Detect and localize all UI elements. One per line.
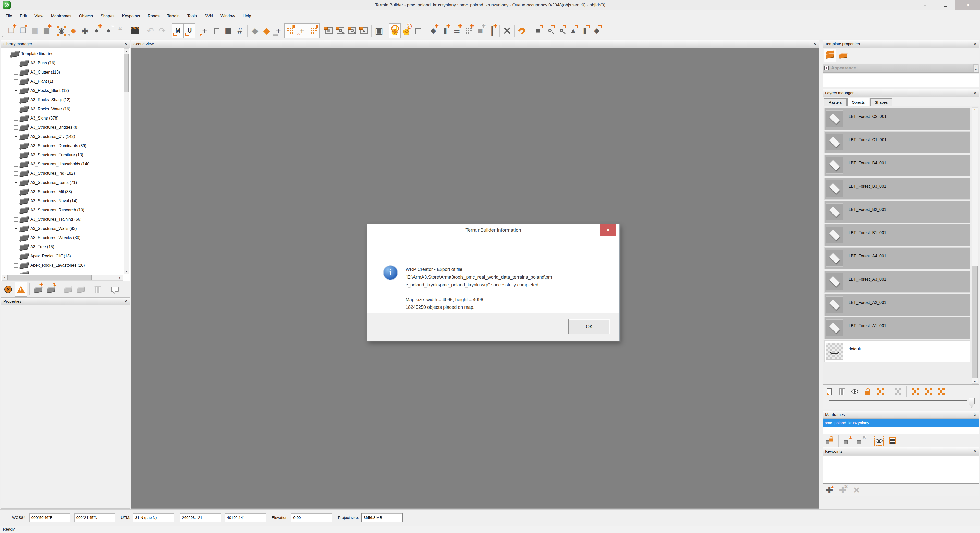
tree-vertical-scrollbar[interactable]: ▴ ▾	[124, 48, 129, 274]
toolbar-grip[interactable]	[529, 25, 531, 37]
keypoints-list[interactable]	[822, 455, 979, 484]
elevation-crosshair-icon[interactable]: +▬	[272, 24, 284, 38]
tree-item[interactable]: + Apex_Rocks_Cliff (13)	[1, 252, 123, 261]
tree-expander-icon[interactable]: +	[14, 245, 18, 249]
project-size-field[interactable]: 3656.8 MB	[361, 513, 403, 522]
layer-visibility-icon[interactable]	[849, 386, 860, 397]
add-points-icon[interactable]: ✚	[463, 24, 474, 38]
add-polygon-icon[interactable]: ■✚	[474, 24, 486, 38]
frame-image-icon[interactable]: ▲	[358, 24, 370, 38]
tree-expander-icon[interactable]: −	[5, 52, 9, 56]
undo-icon[interactable]: ↶	[145, 24, 156, 38]
tree-expander-icon[interactable]: +	[14, 273, 18, 274]
layers-tab[interactable]: Objects	[847, 97, 870, 106]
wgs84-latitude-field[interactable]: 000°21'45"N	[74, 513, 115, 522]
tree-horizontal-scrollbar[interactable]: ◂ ▸	[2, 274, 123, 281]
tree-item[interactable]: + A3_Clutter (113)	[1, 68, 123, 77]
frame-fill-icon[interactable]	[323, 24, 334, 38]
ok-button[interactable]: OK	[568, 319, 610, 334]
selection-mode-1-icon[interactable]	[910, 386, 921, 397]
mapframe-units-icon[interactable]: U	[184, 24, 196, 38]
tree-expander-icon[interactable]: +	[14, 217, 18, 222]
redo-icon[interactable]: ↷	[156, 24, 168, 38]
layers-tab[interactable]: Shapes	[870, 98, 892, 106]
crosshair-points-icon[interactable]: +∴	[296, 24, 308, 38]
utm-northing-field[interactable]: 40102.141	[224, 513, 266, 522]
activate-mapframe-icon[interactable]: ▲	[842, 435, 853, 447]
mapframe-meters-icon[interactable]: M	[172, 24, 184, 38]
tree-item[interactable]: + A3_Tree (15)	[1, 243, 123, 252]
tree-expander-icon[interactable]: +	[14, 180, 18, 185]
menu-item[interactable]: View	[30, 10, 47, 22]
filter-warnings-icon[interactable]	[15, 282, 27, 297]
tree-item[interactable]: +	[1, 270, 123, 274]
triangle-tool-icon[interactable]: ▲	[567, 24, 579, 38]
layer-item[interactable]: LBT_Forest_A3_001	[824, 271, 970, 293]
tree-item[interactable]: + A3_Structures_Items (71)	[1, 178, 123, 187]
appearance-scrollbar[interactable]: ▴ ▾	[974, 64, 978, 72]
select-layer-objects-icon[interactable]	[875, 386, 886, 397]
tree-expander-icon[interactable]: +	[14, 171, 18, 176]
save-project-icon[interactable]: ▦	[29, 24, 41, 38]
export-library-icon[interactable]	[62, 282, 74, 297]
tree-item[interactable]: + A3_Structures_Mil (88)	[1, 187, 123, 196]
close-icon[interactable]: ✕	[974, 91, 977, 95]
scroll-down-arrow[interactable]: ▾	[124, 269, 129, 274]
mapframe-item[interactable]: pmc_poland_kruszyniany	[823, 419, 979, 427]
tree-expander-icon[interactable]: +	[14, 61, 18, 65]
tree-item[interactable]: + A3_Bush (16)	[1, 59, 123, 68]
close-button[interactable]: ✕	[956, 0, 980, 10]
preview-window-icon[interactable]: ▣	[373, 24, 385, 38]
tree-item[interactable]: + A3_Signs (378)	[1, 114, 123, 123]
tree-item[interactable]: + A3_Structures_Households (140	[1, 160, 123, 169]
slider-track[interactable]	[829, 400, 967, 402]
tree-item[interactable]: + A3_Structures_Ind (182)	[1, 169, 123, 178]
tree-item[interactable]: + A3_Rocks_Water (16)	[1, 104, 123, 114]
tree-expander-icon[interactable]: +	[14, 153, 18, 157]
close-icon[interactable]: ✕	[813, 41, 816, 46]
menu-item[interactable]: Edit	[16, 10, 31, 22]
menu-item[interactable]: File	[2, 10, 16, 22]
selection-mode-3-icon[interactable]	[935, 386, 947, 397]
crossed-tools-icon[interactable]	[501, 24, 513, 38]
scroll-down-arrow[interactable]: ▾	[975, 69, 977, 71]
tree-item[interactable]: + A3_Structures_Wrecks (30)	[1, 233, 123, 243]
tree-expander-icon[interactable]: +	[14, 144, 18, 148]
tree-expander-icon[interactable]: +	[14, 263, 18, 268]
grid-table-icon[interactable]: ▦	[222, 24, 234, 38]
layer-item[interactable]: default	[824, 340, 970, 362]
layer-item[interactable]: LBT_Forest_B4_001	[824, 155, 970, 177]
tree-expander-icon[interactable]: +	[14, 236, 18, 240]
tree-item[interactable]: + A3_Structures_Dominants (39)	[1, 141, 123, 150]
restore-button[interactable]	[935, 0, 956, 10]
close-icon[interactable]: ✕	[974, 412, 977, 417]
appearance-expander-icon[interactable]: +	[824, 66, 829, 70]
select-rect-tool-icon[interactable]: ■	[532, 24, 544, 38]
deselect-layer-objects-icon[interactable]	[892, 386, 904, 397]
tree-item[interactable]: + A3_Plant (1)	[1, 77, 123, 86]
add-library-icon[interactable]: ✚	[32, 282, 44, 297]
new-layer-icon[interactable]	[824, 386, 835, 397]
toolbar-grip[interactable]	[169, 25, 170, 37]
add-rectangle-icon[interactable]: ▮✚	[439, 24, 451, 38]
tree-expander-icon[interactable]: +	[14, 254, 18, 259]
cube-tool-icon[interactable]: ◆	[591, 24, 603, 38]
tree-expander-icon[interactable]: +	[14, 70, 18, 75]
template-library-icon[interactable]	[837, 49, 849, 62]
scroll-up-arrow[interactable]: ▴	[124, 48, 129, 54]
close-icon[interactable]: ✕	[124, 299, 127, 304]
tree-expander-icon[interactable]: +	[14, 98, 18, 102]
slider-thumb[interactable]	[969, 398, 975, 408]
template-library-stack-icon[interactable]	[824, 49, 836, 62]
delete-mapframe-icon[interactable]: ✕	[855, 435, 867, 447]
new-project-icon[interactable]: ❏✚	[5, 24, 17, 38]
menu-item[interactable]: Shapes	[97, 10, 118, 22]
tree-expander-icon[interactable]: +	[14, 162, 18, 166]
scroll-down-arrow[interactable]: ▾	[972, 380, 978, 383]
close-icon[interactable]: ✕	[974, 449, 977, 453]
open-project-icon[interactable]: ❐▼	[17, 24, 29, 38]
snap-magnet-icon[interactable]	[516, 24, 528, 38]
tree-expander-icon[interactable]: +	[14, 80, 18, 84]
menu-item[interactable]: Keypoints	[118, 10, 144, 22]
marquee-select-icon[interactable]: ◉	[79, 24, 91, 38]
